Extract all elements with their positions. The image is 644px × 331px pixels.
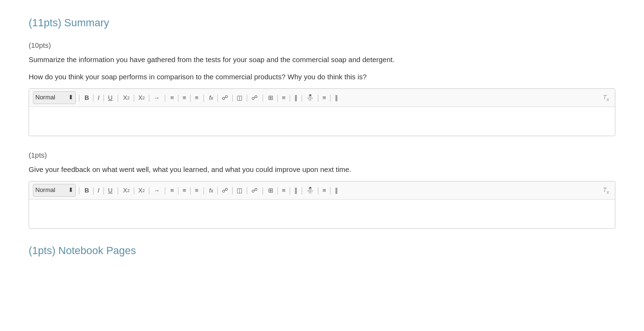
sep28: | bbox=[189, 184, 191, 197]
sep6: | bbox=[148, 92, 150, 104]
bottom-section-title: (1pts) Notebook Pages bbox=[29, 242, 615, 259]
sep11: | bbox=[217, 92, 218, 104]
sep7: | bbox=[164, 92, 166, 104]
img2-btn-1[interactable]: ⛄ bbox=[304, 93, 316, 102]
sep5: | bbox=[133, 92, 135, 104]
sep3: | bbox=[103, 92, 104, 104]
sep35: | bbox=[289, 184, 291, 197]
sep27: | bbox=[177, 184, 179, 197]
list-group-1: ≡ | ≡ | ≡ bbox=[168, 92, 200, 104]
sep30: | bbox=[217, 184, 218, 197]
style-select-1[interactable]: Normal ⬍ bbox=[33, 91, 76, 104]
sep4: | bbox=[117, 92, 119, 104]
italic-btn-2[interactable]: I bbox=[96, 186, 102, 195]
style-select-label-2: Normal bbox=[35, 185, 55, 195]
formula-btn-2[interactable]: fx bbox=[207, 186, 215, 195]
clear-format-btn-1[interactable]: Tx bbox=[601, 93, 611, 103]
list2-btn-2[interactable]: ≡ bbox=[321, 186, 328, 195]
sep24: | bbox=[133, 184, 135, 197]
editor1-toolbar: Normal ⬍ | B | I | U | X2 | X2 | → | ≡ |… bbox=[29, 89, 615, 107]
subscript-btn-2[interactable]: X2 bbox=[121, 186, 132, 195]
style-select-2[interactable]: Normal ⬍ bbox=[33, 184, 76, 197]
attach-btn-2[interactable]: ☍ bbox=[249, 186, 260, 195]
editor2: Normal ⬍ | B | I | U | X2 | X2 | → | ≡ |… bbox=[29, 181, 615, 229]
sep29: | bbox=[203, 184, 205, 197]
sep21: | bbox=[93, 184, 94, 197]
sep9: | bbox=[189, 92, 191, 104]
list-group-2: ≡ | ≡ | ≡ bbox=[168, 184, 200, 197]
ordered-list-btn-2[interactable]: ≡ bbox=[168, 186, 176, 195]
col-btn-1[interactable]: ‖ bbox=[292, 93, 300, 102]
img2-btn-2[interactable]: ⛄ bbox=[304, 186, 316, 195]
sep22: | bbox=[103, 184, 104, 197]
style-select-arrow-1: ⬍ bbox=[68, 93, 73, 103]
sep12: | bbox=[231, 92, 233, 104]
underline-btn-2[interactable]: U bbox=[106, 186, 114, 195]
sep17: | bbox=[301, 92, 303, 104]
editor1-body[interactable] bbox=[29, 107, 615, 136]
align-btn-1[interactable]: ≡ bbox=[193, 93, 200, 102]
align-btn-2[interactable]: ≡ bbox=[193, 186, 200, 195]
sep23: | bbox=[117, 184, 119, 197]
arrow-btn-1[interactable]: → bbox=[152, 93, 162, 102]
sep14: | bbox=[262, 92, 264, 104]
block1-desc2: How do you think your soap performs in c… bbox=[29, 71, 615, 83]
text-format-group-1: B | I | U bbox=[83, 92, 114, 104]
block2-desc: Give your feedback on what went well, wh… bbox=[29, 164, 615, 175]
table-btn-2[interactable]: ⊞ bbox=[266, 186, 275, 195]
block2-pts: (1pts) bbox=[29, 149, 615, 161]
col-btn-2[interactable]: ‖ bbox=[292, 186, 300, 195]
sep18: | bbox=[317, 92, 319, 104]
editor1: Normal ⬍ | B | I | U | X2 | X2 | → | ≡ |… bbox=[29, 88, 615, 136]
sep26: | bbox=[164, 184, 166, 197]
attach-btn-1[interactable]: ☍ bbox=[249, 93, 260, 102]
sep20: | bbox=[78, 184, 80, 197]
table-group-2: ⊞ | ≡ | ‖ | ⛄ | ≡ | ‖ bbox=[266, 184, 340, 197]
insert-group-2: fx | ☍ | ◫ | ☍ bbox=[207, 184, 260, 197]
italic-btn-1[interactable]: I bbox=[96, 93, 102, 102]
formula-btn-1[interactable]: fx bbox=[207, 93, 215, 102]
sep36: | bbox=[301, 184, 303, 197]
list2-btn-1[interactable]: ≡ bbox=[321, 93, 328, 102]
script-group-2: X2 | X2 | → bbox=[121, 184, 162, 197]
style-select-label-1: Normal bbox=[35, 93, 55, 103]
table2-btn-2[interactable]: ≡ bbox=[280, 186, 288, 195]
bold-btn-1[interactable]: B bbox=[83, 93, 91, 102]
image-btn-1[interactable]: ◫ bbox=[235, 93, 244, 102]
sep16: | bbox=[289, 92, 291, 104]
text-format-group-2: B | I | U bbox=[83, 184, 114, 197]
sep19: | bbox=[330, 92, 332, 104]
clear-format-btn-2[interactable]: Tx bbox=[601, 185, 611, 196]
sep10: | bbox=[203, 92, 205, 104]
superscript-btn-1[interactable]: X2 bbox=[136, 93, 147, 102]
sep33: | bbox=[262, 184, 264, 197]
image-btn-2[interactable]: ◫ bbox=[235, 186, 244, 195]
section-title: (11pts) Summary bbox=[29, 14, 615, 31]
editor2-toolbar: Normal ⬍ | B | I | U | X2 | X2 | → | ≡ |… bbox=[29, 182, 615, 200]
bars-btn-1[interactable]: ‖ bbox=[333, 93, 340, 102]
sep15: | bbox=[277, 92, 279, 104]
unordered-list-btn-1[interactable]: ≡ bbox=[181, 93, 188, 102]
sep37: | bbox=[317, 184, 319, 197]
sep38: | bbox=[330, 184, 332, 197]
script-group-1: X2 | X2 | → bbox=[121, 92, 162, 104]
insert-group-1: fx | ☍ | ◫ | ☍ bbox=[207, 92, 260, 104]
link-btn-1[interactable]: ☍ bbox=[220, 93, 230, 102]
unordered-list-btn-2[interactable]: ≡ bbox=[181, 186, 188, 195]
link-btn-2[interactable]: ☍ bbox=[220, 186, 230, 195]
style-select-arrow-2: ⬍ bbox=[68, 185, 73, 195]
underline-btn-1[interactable]: U bbox=[106, 93, 114, 102]
editor2-body[interactable] bbox=[29, 200, 615, 228]
ordered-list-btn-1[interactable]: ≡ bbox=[168, 93, 176, 102]
sep32: | bbox=[246, 184, 248, 197]
bold-btn-2[interactable]: B bbox=[83, 186, 91, 195]
superscript-btn-2[interactable]: X2 bbox=[136, 186, 147, 195]
arrow-btn-2[interactable]: → bbox=[152, 186, 162, 195]
bars-btn-2[interactable]: ‖ bbox=[333, 186, 340, 195]
sep8: | bbox=[177, 92, 179, 104]
block1-pts: (10pts) bbox=[29, 40, 615, 51]
subscript-btn-1[interactable]: X2 bbox=[121, 93, 132, 102]
table2-btn-1[interactable]: ≡ bbox=[280, 93, 288, 102]
sep25: | bbox=[148, 184, 150, 197]
table-btn-1[interactable]: ⊞ bbox=[266, 93, 275, 102]
